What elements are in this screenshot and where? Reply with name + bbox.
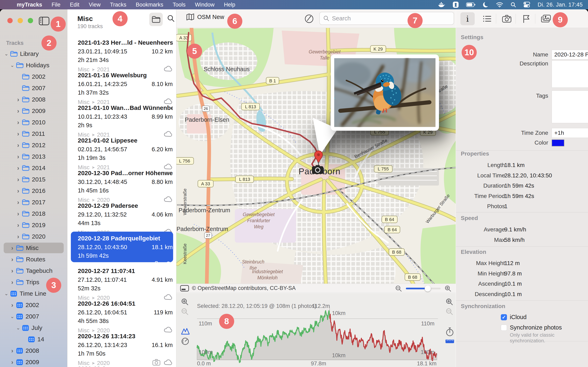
- folder-view-button[interactable]: [149, 13, 163, 26]
- photo-callout[interactable]: [331, 54, 439, 131]
- chevron-right-icon[interactable]: ›: [15, 96, 21, 103]
- sidebar-item-2007[interactable]: 2007: [0, 82, 67, 94]
- chart-zoom-out-icon[interactable]: [181, 308, 189, 317]
- sidebar-item-14[interactable]: 14: [0, 334, 67, 345]
- sidebar-item-2015[interactable]: ›2015: [0, 174, 67, 185]
- chevron-right-icon[interactable]: ›: [15, 108, 21, 114]
- track-list-item[interactable]: 2020-12-28 Paderquellgebiet28.12.20, 10:…: [68, 230, 176, 263]
- track-list-item[interactable]: 2021-01-23 Her…ld - Neuenheerse23.01.21,…: [68, 34, 176, 67]
- sidebar-item-2009[interactable]: ›2009: [0, 356, 67, 367]
- chart-zoom-in-right-icon[interactable]: [445, 298, 454, 307]
- menu-view[interactable]: View: [89, 2, 101, 8]
- chevron-down-icon[interactable]: ⌄: [15, 325, 21, 331]
- map-zoom-in-icon[interactable]: [444, 285, 452, 292]
- tab-info[interactable]: i: [460, 12, 475, 25]
- sidebar-item-2008[interactable]: ›2008: [0, 94, 67, 105]
- track-list-item[interactable]: 2021-01-16 Wewelsburg16.01.21, 14:23:258…: [68, 67, 176, 100]
- chevron-right-icon[interactable]: ›: [15, 199, 21, 206]
- chevron-right-icon[interactable]: ›: [15, 130, 21, 137]
- chevron-right-icon[interactable]: ›: [9, 359, 15, 366]
- sidebar-item-2008[interactable]: ›2008: [0, 345, 67, 356]
- chevron-right-icon[interactable]: ›: [15, 176, 21, 183]
- chart-elevation-mode-icon[interactable]: [181, 327, 190, 336]
- docker-icon[interactable]: [438, 2, 445, 8]
- mini-map-toggle-icon[interactable]: [180, 285, 189, 292]
- chevron-down-icon[interactable]: ⌄: [9, 314, 15, 319]
- chevron-right-icon[interactable]: ›: [9, 244, 15, 251]
- chevron-right-icon[interactable]: ›: [15, 233, 21, 240]
- tab-photos[interactable]: [539, 12, 553, 25]
- sidebar-item-holidays[interactable]: ⌄Holidays: [0, 59, 67, 71]
- menu-file[interactable]: File: [52, 2, 61, 8]
- chevron-down-icon[interactable]: ⌄: [9, 62, 15, 68]
- sidebar-item-2019[interactable]: ›2019: [0, 219, 67, 231]
- sidebar-item-tagebuch[interactable]: ›Tagebuch: [0, 265, 67, 276]
- chevron-right-icon[interactable]: ›: [15, 210, 21, 217]
- app-menu[interactable]: myTracks: [17, 2, 42, 8]
- menu-tools[interactable]: Tools: [173, 2, 186, 8]
- map-zoom-slider[interactable]: [406, 288, 441, 289]
- track-list-item[interactable]: 2020-12-29 Padersee29.12.20, 11:32:524.0…: [68, 197, 176, 230]
- chart-time-axis-icon[interactable]: [445, 327, 454, 337]
- chart-speed-mode-icon[interactable]: [181, 337, 190, 346]
- chevron-right-icon[interactable]: ›: [15, 222, 21, 229]
- sidebar-item-misc[interactable]: ›Misc: [0, 242, 67, 254]
- elevation-chart[interactable]: Selected: 28.12.20, 12:05:19 @ 108m (1 p…: [176, 293, 456, 367]
- sidebar-item-2007[interactable]: ⌄2007: [0, 311, 67, 322]
- chevron-right-icon[interactable]: ›: [15, 142, 21, 149]
- chevron-right-icon[interactable]: ›: [9, 256, 15, 263]
- chevron-right-icon[interactable]: ›: [15, 119, 21, 126]
- tab-track-points[interactable]: [480, 12, 494, 25]
- track-list-item[interactable]: 2020-12-30 Pad…orner Höhenweg30.12.20, 1…: [68, 165, 176, 197]
- menu-clock[interactable]: Di. 26. Jan. 17:45: [537, 2, 583, 8]
- compass-icon[interactable]: [304, 14, 314, 25]
- track-list-item[interactable]: 2020-12-2: [68, 360, 176, 367]
- sidebar-toggle-icon[interactable]: [39, 17, 49, 26]
- map-view[interactable]: A 33K 29B 1L 813L 755K 29L 756L 755A 33L…: [176, 28, 456, 293]
- track-photo-marker-icon[interactable]: [311, 165, 324, 175]
- map-layer-dropdown[interactable]: OSM New ⌄: [186, 13, 231, 20]
- sidebar-item-2011[interactable]: ›2011: [0, 128, 67, 140]
- sidebar-item-2020[interactable]: ›2020: [0, 231, 67, 242]
- chevron-right-icon[interactable]: ›: [9, 267, 15, 274]
- menu-help[interactable]: Help: [224, 2, 235, 8]
- sync-photos-checkbox[interactable]: [501, 325, 507, 331]
- track-list-item[interactable]: 2021-01-10 Wan…Bad Wünnenberg10.01.21, 1…: [68, 100, 176, 132]
- track-list-item[interactable]: 2020-12-27 11:07:4127.12.20, 11:07:414.9…: [68, 263, 176, 295]
- description-textarea[interactable]: [552, 60, 588, 88]
- menu-tracks[interactable]: Tracks: [110, 2, 126, 8]
- password-icon[interactable]: [452, 1, 459, 8]
- sidebar-item-library[interactable]: ⌄Library: [0, 48, 67, 59]
- sidebar-item-july[interactable]: ⌄July: [0, 322, 67, 334]
- chevron-right-icon[interactable]: ›: [15, 165, 21, 171]
- control-center-icon[interactable]: [523, 2, 530, 8]
- sidebar-item-2014[interactable]: ›2014: [0, 162, 67, 174]
- chevron-right-icon[interactable]: ›: [9, 279, 15, 286]
- track-list-item[interactable]: 2021-01-02 Lippesee02.01.21, 14:56:576.2…: [68, 132, 176, 165]
- chevron-right-icon[interactable]: ›: [9, 301, 15, 309]
- sidebar-item-2009[interactable]: ›2009: [0, 105, 67, 117]
- name-input[interactable]: 2020-12-28 Paderquellgebiet: [552, 50, 588, 59]
- tab-camera[interactable]: [500, 12, 514, 25]
- search-icon[interactable]: [510, 2, 516, 8]
- icloud-checkbox[interactable]: ✓: [501, 314, 507, 320]
- wifi-icon[interactable]: [496, 2, 503, 8]
- timezone-input[interactable]: +1h: [552, 128, 588, 138]
- map-pin-icon[interactable]: [312, 150, 325, 167]
- zoom-button[interactable]: [28, 18, 33, 23]
- sidebar-item-routes[interactable]: ›Routes: [0, 254, 67, 265]
- menu-window[interactable]: Window: [195, 2, 215, 8]
- close-button[interactable]: [7, 18, 13, 23]
- chart-distance-axis-icon[interactable]: [445, 339, 454, 345]
- minimize-button[interactable]: [17, 18, 23, 23]
- map-zoom-out-icon[interactable]: [395, 285, 402, 292]
- sidebar-item-2013[interactable]: ›2013: [0, 151, 67, 162]
- tags-textarea[interactable]: [552, 91, 588, 123]
- sidebar-item-2002[interactable]: ›2002: [0, 299, 67, 311]
- moon-icon[interactable]: [483, 1, 489, 8]
- track-search-icon[interactable]: [167, 14, 175, 23]
- chevron-down-icon[interactable]: ⌄: [3, 291, 9, 296]
- chevron-right-icon[interactable]: ›: [15, 187, 21, 194]
- tab-flag[interactable]: [519, 12, 534, 25]
- chevron-right-icon[interactable]: ›: [15, 153, 21, 160]
